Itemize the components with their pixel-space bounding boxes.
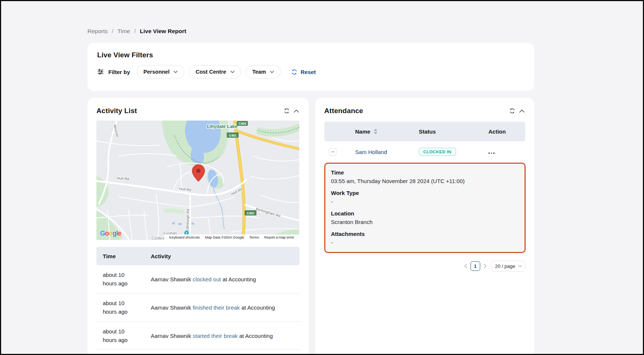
activity-actor: Aarnav Shawnik (151, 276, 191, 282)
refresh-icon[interactable] (509, 108, 515, 114)
collapse-row-button[interactable] (329, 148, 337, 156)
minus-icon (331, 151, 335, 152)
terms-link[interactable]: Terms (249, 235, 259, 239)
detail-group: Work Type - (331, 189, 519, 206)
filter-sliders-icon (97, 68, 104, 75)
activity-time: about 10 hours ago (96, 271, 151, 288)
road-shield-c401-top: C401 (227, 132, 239, 138)
breadcrumb-current: Live View Report (140, 28, 186, 35)
reset-refresh-icon (291, 69, 297, 75)
activity-actor: Aarnav Shawnik (151, 304, 191, 311)
map-data-label: Map Data ©2024 Google (205, 235, 244, 239)
detail-label: Time (331, 168, 519, 177)
live-view-report-page: Reports / Time / Live View Report Live V… (0, 0, 644, 355)
attendance-card: Attendance Name (315, 98, 534, 355)
team-filter-label: Team (252, 69, 266, 75)
lake-label: Lillydale Lake (207, 124, 237, 129)
reset-label: Reset (300, 69, 316, 75)
svg-text:C404: C404 (239, 122, 246, 125)
report-map-error-link[interactable]: Report a map error (264, 235, 294, 239)
personnel-filter-label: Personnel (143, 69, 169, 75)
activity-description: Aarnav Shawnik started their break at Ac… (151, 333, 300, 339)
team-filter-button[interactable]: Team (246, 65, 281, 79)
attendance-col-action: Action (488, 128, 525, 135)
svg-text:C401: C401 (247, 211, 255, 215)
svg-text:C401: C401 (229, 134, 237, 137)
detail-group: Location Scranton Branch (331, 209, 519, 226)
activity-list-title: Activity List (96, 107, 137, 115)
detail-label: Attachments (331, 230, 519, 238)
activity-col-time: Time (96, 253, 151, 259)
collapse-panel-icon[interactable] (519, 109, 525, 113)
activity-event-link[interactable]: finished their break (193, 304, 240, 311)
activity-time: about 10 hours ago (96, 327, 151, 344)
detail-value: - (331, 238, 519, 247)
activity-location: at Accounting (239, 333, 273, 339)
prev-page-button[interactable] (464, 264, 467, 268)
activity-actor: Aarnav Shawnik (151, 333, 191, 339)
detail-group: Time 03:55 am, Thursday November 28 2024… (331, 168, 519, 185)
detail-label: Work Type (331, 189, 519, 197)
activity-row: about 10 hours ago Aarnav Shawnik starte… (96, 322, 300, 350)
activity-table: Time Activity about 10 hours ago Aarnav … (96, 247, 300, 350)
activity-location: at Accounting (223, 276, 256, 282)
chevron-down-icon (518, 265, 522, 267)
road-label-hull-1: Hull Rd (117, 176, 129, 181)
page-size-value: 20 / page (495, 263, 515, 269)
breadcrumb-reports[interactable]: Reports (87, 28, 108, 35)
attendance-detail-panel: Time 03:55 am, Thursday November 28 2024… (324, 163, 526, 253)
status-badge: CLOCKED IN (419, 148, 456, 156)
reset-filters-button[interactable]: Reset (289, 68, 318, 76)
google-logo[interactable]: Google (100, 230, 121, 237)
activity-list-card: Activity List (87, 98, 309, 355)
map-canvas: Mooroo Hull Rd Hull Rd Hull Rd Edinburgh… (96, 121, 299, 240)
breadcrumb-time[interactable]: Time (118, 28, 130, 35)
attendance-table-header: Name Status Action (324, 122, 525, 141)
detail-value: Scranton Branch (331, 218, 519, 226)
activity-row: about 10 hours ago Aarnav Shawnik finish… (96, 294, 300, 322)
attendance-row: Sam Holland CLOCKED IN (324, 141, 525, 162)
keyboard-shortcuts-button[interactable]: Keyboard shortcuts (169, 235, 200, 239)
filter-row: Filter by Personnel Cost Centre Team (97, 65, 525, 79)
breadcrumb-separator: / (112, 28, 113, 35)
attendance-col-name: Name (355, 128, 370, 135)
road-label-edinburgh: Edinburgh Rd (185, 209, 190, 231)
detail-value: 03:55 am, Thursday November 28 2024 (UTC… (331, 177, 519, 185)
cost-centre-filter-button[interactable]: Cost Centre (189, 65, 241, 79)
current-page-button[interactable]: 1 (471, 261, 480, 271)
detail-group: Attachments - (331, 230, 519, 247)
next-page-button[interactable] (484, 264, 487, 268)
chevron-down-icon (270, 71, 274, 73)
employee-name-link[interactable]: Sam Holland (355, 149, 387, 155)
filters-title: Live View Filters (97, 51, 525, 59)
chevron-down-icon (173, 71, 178, 73)
activity-description: Aarnav Shawnik clocked out at Accounting (151, 276, 300, 282)
map[interactable]: Mooroo Hull Rd Hull Rd Hull Rd Edinburgh… (96, 121, 299, 240)
activity-event-link[interactable]: started their break (193, 333, 238, 339)
activity-row: about 10 hours ago Aarnav Shawnik clocke… (96, 265, 300, 294)
live-view-filters-card: Live View Filters Filter by Personnel Co… (87, 43, 534, 91)
breadcrumb: Reports / Time / Live View Report (87, 28, 186, 35)
activity-description: Aarnav Shawnik finished their break at A… (151, 304, 300, 311)
activity-time: about 10 hours ago (96, 299, 151, 316)
refresh-icon[interactable] (284, 108, 290, 114)
breadcrumb-separator: / (134, 28, 136, 35)
filter-by-label: Filter by (108, 69, 130, 75)
row-actions-button[interactable] (488, 151, 495, 155)
road-shield-c404: C404 (237, 121, 248, 126)
activity-table-header: Time Activity (96, 247, 300, 265)
cost-centre-filter-label: Cost Centre (195, 69, 226, 75)
activity-location: at Accounting (242, 304, 275, 311)
attendance-title: Attendance (324, 107, 363, 115)
activity-col-activity: Activity (151, 253, 300, 259)
page-size-select[interactable]: 20 / page (491, 260, 525, 272)
personnel-filter-button[interactable]: Personnel (137, 65, 184, 79)
detail-label: Location (331, 209, 519, 218)
pagination: 1 20 / page (324, 260, 525, 272)
attendance-col-status: Status (419, 128, 488, 135)
collapse-panel-icon[interactable] (294, 109, 299, 113)
map-attribution: Keyboard shortcuts Map Data ©2024 Google… (164, 234, 299, 240)
detail-value: - (331, 197, 519, 206)
activity-event-link[interactable]: clocked out (193, 276, 221, 282)
sort-icon[interactable] (374, 129, 377, 134)
